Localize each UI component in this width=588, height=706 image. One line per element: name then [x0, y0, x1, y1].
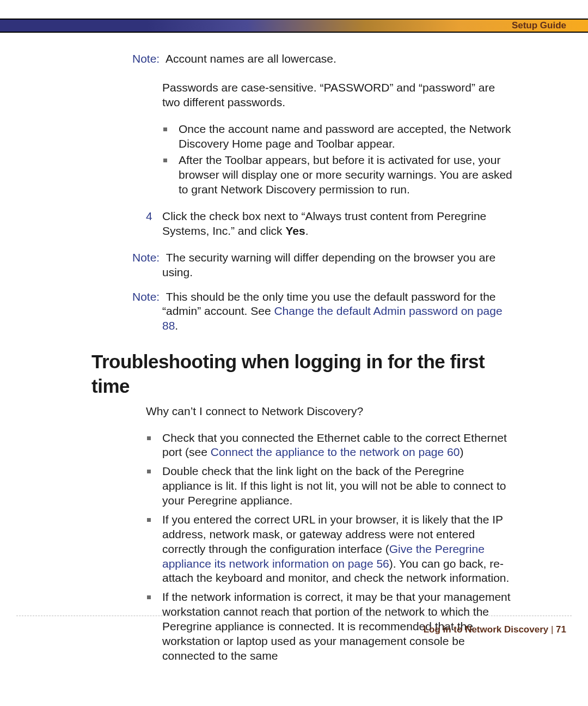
page-content: Note: Account names are all lowercase. P… — [91, 52, 513, 668]
footer-separator — [16, 616, 572, 616]
note-text: The security warning will differ dependi… — [162, 251, 495, 278]
header-bar: Setup Guide — [0, 19, 588, 33]
note-default-password: Note: This should be the only time you u… — [91, 290, 513, 334]
step-number: 4 — [146, 209, 162, 239]
note-label: Note: — [132, 52, 160, 65]
note-label: Note: — [132, 251, 160, 264]
footer: Log in to Network Discovery | 71 — [424, 624, 566, 635]
troubleshoot-question: Why can’t I connect to Network Discovery… — [91, 404, 513, 419]
footer-sep-char: | — [548, 624, 556, 635]
link-connect-appliance[interactable]: Connect the appliance to the network on … — [211, 446, 460, 458]
note-account-names: Note: Account names are all lowercase. — [91, 52, 513, 66]
footer-page-number: 71 — [556, 624, 566, 635]
note-text: Account names are all lowercase. — [166, 52, 336, 65]
note-security-warning: Note: The security warning will differ d… — [91, 251, 513, 280]
list-item: Once the account name and password are a… — [179, 122, 513, 151]
passwords-paragraph: Passwords are case-sensitive. “PASSWORD”… — [91, 81, 513, 110]
step-4: 4 Click the check box next to “Always tr… — [91, 209, 513, 239]
note-label: Note: — [132, 290, 160, 303]
tip-text-post: ) — [460, 446, 463, 458]
step-text-post: . — [305, 224, 309, 237]
footer-chapter: Log in to Network Discovery — [424, 624, 549, 635]
list-item: If you entered the correct URL in your b… — [162, 513, 513, 586]
list-item: Double check that the link light on the … — [162, 464, 513, 508]
startup-bullets: Once the account name and password are a… — [91, 122, 513, 197]
document-page: Setup Guide Note: Account names are all … — [0, 0, 588, 706]
step-body: Click the check box next to “Always trus… — [162, 209, 513, 239]
note-text-post: . — [175, 319, 178, 332]
section-heading-troubleshooting: Troubleshooting when logging in for the … — [91, 350, 513, 399]
list-item: After the Toolbar appears, but before it… — [179, 153, 513, 197]
step-text-pre: Click the check box next to “Always trus… — [162, 210, 486, 237]
header-title: Setup Guide — [512, 20, 566, 31]
list-item: Check that you connected the Ethernet ca… — [162, 431, 513, 460]
step-text-bold: Yes — [285, 224, 305, 237]
tip-text-pre: Double check that the link light on the … — [162, 465, 506, 507]
